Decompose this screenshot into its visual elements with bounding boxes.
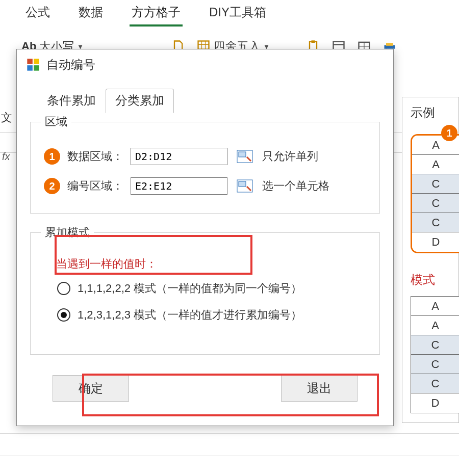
fx-label: fx [2,151,10,163]
number-region-hint: 选一个单元格 [262,178,329,194]
example-table-2: AACCCD [411,296,459,413]
data-region-row: 1 数据区域： 只允许单列 [44,148,369,165]
number-region-picker[interactable] [235,178,255,194]
tab-category-sum[interactable]: 分类累加 [106,89,174,113]
region-group-title: 区域 [41,114,71,129]
radio-icon [57,282,70,295]
ribbon-tabs: 公式 数据 方方格子 DIY工具箱 [0,0,459,27]
svg-rect-16 [239,181,246,187]
example-cell: C [411,374,459,393]
data-region-label: 数据区域： [67,149,123,164]
example-mode-label: 模式 [411,272,458,288]
svg-rect-6 [386,43,393,46]
example-cell: A [411,316,459,335]
svg-rect-12 [34,65,39,71]
example-cell: C [411,355,459,374]
mode-option-b[interactable]: 1,2,3,1,2,3 模式（一样的值才进行累加编号） [57,307,369,323]
svg-rect-11 [27,65,33,71]
dialog-title: 自动编号 [46,57,95,73]
data-region-input[interactable] [131,148,227,165]
mode-option-a[interactable]: 1,1,1,2,2,2 模式（一样的值都为同一个编号） [57,281,369,296]
example-cell: A [411,297,459,316]
ok-button[interactable]: 确定 [53,375,129,402]
svg-rect-9 [27,59,33,64]
ribbon-tab-diy[interactable]: DIY工具箱 [207,2,268,27]
badge-1: 1 [44,148,60,165]
mode-group-title: 累加模式 [41,225,94,240]
mode-option-a-label: 1,1,1,2,2,2 模式（一样的值都为同一个编号） [78,281,302,296]
ribbon-tab-ffgz[interactable]: 方方格子 [130,2,183,27]
mode-option-b-label: 1,2,3,1,2,3 模式（一样的值才进行累加编号） [78,307,302,323]
example-cell: D [412,232,459,252]
dialog-app-icon [26,58,40,72]
data-region-hint: 只允许单列 [262,149,318,164]
radio-icon [57,308,70,322]
example-cell: C [412,213,459,232]
example-cell: D [411,393,459,413]
dialog-tabpanel: 区域 1 数据区域： 只允许单列 2 编号区域： [30,112,380,355]
mode-heading: 当遇到一样的值时： [56,256,369,272]
example-cell: A [412,155,459,174]
example-badge: 1 [441,125,457,141]
example-cell: C [412,174,459,194]
ribbon-tab-formula[interactable]: 公式 [23,2,52,27]
range-picker-icon [237,150,253,163]
number-region-label: 编号区域： [67,178,123,194]
mode-group: 累加模式 当遇到一样的值时： 1,1,1,2,2,2 模式（一样的值都为同一个编… [30,225,380,355]
svg-rect-14 [239,152,246,157]
example-table-1: AACCCD [411,134,459,253]
auto-number-dialog: 自动编号 条件累加 分类累加 区域 1 数据区域： 只允许单列 2 [16,49,394,426]
tab-condition-sum[interactable]: 条件累加 [37,89,106,113]
dialog-tabs: 条件累加 分类累加 [37,88,380,113]
example-cell: C [412,194,459,213]
svg-rect-2 [312,40,315,43]
dialog-titlebar: 自动编号 [17,49,393,88]
number-region-row: 2 编号区域： 选一个单元格 [44,177,369,195]
example-cell: C [411,335,459,355]
region-group: 区域 1 数据区域： 只允许单列 2 编号区域： [30,114,380,214]
left-label: 文 [1,110,12,125]
cancel-button[interactable]: 退出 [281,375,358,402]
dialog-buttons: 确定 退出 [30,366,380,402]
example-title: 示例 [411,104,458,121]
example-pane: 示例 1 AACCCD 模式 AACCCD [402,97,459,423]
data-region-picker[interactable] [235,148,255,165]
range-picker-icon [237,179,253,193]
number-region-input[interactable] [131,177,227,195]
badge-2: 2 [44,178,60,194]
svg-rect-10 [34,59,39,64]
ribbon-tab-data[interactable]: 数据 [76,2,105,27]
sheet-gridlines [0,433,459,476]
